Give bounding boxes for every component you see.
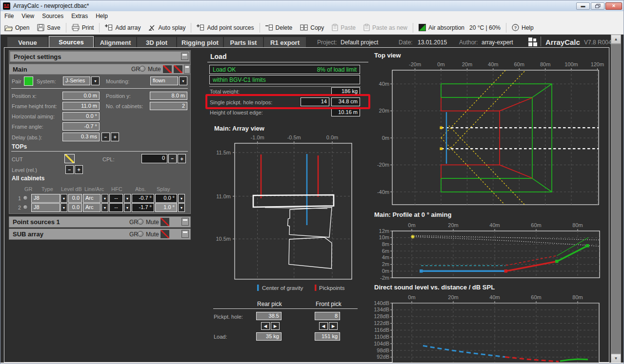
- menu-help[interactable]: Help: [92, 11, 112, 21]
- row2-splay-arrow[interactable]: ▼: [178, 203, 185, 212]
- main-minimize-button[interactable]: [184, 65, 190, 74]
- array-view-legend: Center of gravity Pickpoints: [257, 285, 345, 291]
- air-absorption-toggle[interactable]: Air absorption: [415, 21, 468, 34]
- sub-window-button[interactable]: [181, 230, 189, 238]
- paste-as-new-icon: [363, 24, 370, 31]
- row2-hfc-select[interactable]: --: [109, 203, 123, 212]
- pair-color-swatch[interactable]: [24, 77, 33, 86]
- rear-hole-field[interactable]: 38.5: [256, 312, 282, 320]
- toolbar: Open Save Print Add array Auto splay Add…: [0, 21, 624, 35]
- minimize-button[interactable]: ▬: [576, 2, 590, 10]
- delay-minus-button[interactable]: −: [101, 133, 110, 141]
- row1-abs-field[interactable]: -0.7 °: [132, 194, 154, 203]
- row2-abs-field[interactable]: -1.7 °: [132, 203, 154, 212]
- pickpt-hole-label: Pickpt. hole:: [214, 314, 243, 320]
- tab-3d-plot[interactable]: 3D plot: [137, 37, 176, 48]
- project-settings-header[interactable]: Project settings: [10, 51, 190, 62]
- row1-splay-arrow[interactable]: ▼: [178, 194, 185, 203]
- main-mute-left-button[interactable]: [162, 65, 172, 74]
- menu-file[interactable]: File: [0, 11, 18, 21]
- print-button[interactable]: Print: [68, 21, 98, 34]
- position-x-field[interactable]: 0.0 m: [62, 92, 100, 100]
- scrollbar-down-button[interactable]: ▼: [611, 354, 621, 363]
- open-button[interactable]: Open: [0, 21, 33, 34]
- copy-button[interactable]: Copy: [296, 21, 328, 34]
- main-gr-radio[interactable]: [140, 66, 145, 72]
- front-hole-field[interactable]: 8: [315, 312, 340, 320]
- paste-as-new-button[interactable]: Paste as new: [360, 21, 411, 34]
- sub-mute-button[interactable]: [160, 230, 170, 239]
- row1-level-field[interactable]: 0.0: [68, 194, 82, 203]
- add-array-button[interactable]: Add array: [101, 21, 144, 34]
- level-plus-button[interactable]: ＋: [75, 165, 83, 174]
- av-xtick-1: -0.5m: [287, 134, 301, 140]
- menu-view[interactable]: View: [18, 11, 38, 21]
- horizontal-aiming-field[interactable]: 0.0 °: [62, 112, 100, 120]
- position-y-field[interactable]: 8.0 m: [150, 92, 187, 100]
- row2-type-select[interactable]: J8: [31, 203, 60, 212]
- spl-xtick: 40m: [489, 294, 500, 300]
- mounting-select[interactable]: flown: [150, 77, 178, 85]
- tab-alignment[interactable]: Alignment: [95, 37, 136, 48]
- system-select[interactable]: J-Series: [63, 77, 90, 85]
- menu-sources[interactable]: Sources: [38, 11, 67, 21]
- cpl-plus-button[interactable]: ＋: [178, 154, 186, 163]
- rear-hole-prev-button[interactable]: ◀: [261, 322, 270, 330]
- tv-ytick: -20m: [377, 162, 389, 168]
- cpl-minus-button[interactable]: −: [168, 154, 177, 163]
- row1-linearc-select[interactable]: Arc: [83, 194, 101, 203]
- auto-splay-button[interactable]: Auto splay: [144, 21, 189, 34]
- frame-angle-field[interactable]: -0.7 °: [62, 122, 100, 131]
- row1-hfc-select[interactable]: --: [109, 194, 123, 203]
- row1-gr-radio[interactable]: [23, 195, 28, 200]
- save-button[interactable]: Save: [33, 21, 64, 34]
- tab-rigging-plot[interactable]: Rigging plot: [177, 37, 223, 48]
- front-hole-prev-button[interactable]: ◀: [319, 322, 328, 330]
- tab-r1-export[interactable]: R1 export: [264, 37, 306, 48]
- delay-plus-button[interactable]: ＋: [111, 133, 119, 141]
- row2-hfc-arrow[interactable]: ▼: [124, 203, 131, 212]
- sub-gr-radio[interactable]: [138, 231, 143, 237]
- row1-splay-field[interactable]: 0.0 °: [155, 194, 177, 203]
- ps-window-button[interactable]: [181, 218, 189, 226]
- ps-gr-radio[interactable]: [138, 219, 143, 225]
- row2-linearc-select[interactable]: Arc: [83, 203, 101, 212]
- cabinets-field[interactable]: 2: [150, 102, 187, 110]
- close-button[interactable]: ✕: [605, 2, 622, 10]
- main-mute-right-button[interactable]: [173, 65, 183, 74]
- row1-type-arrow[interactable]: ▼: [60, 194, 67, 203]
- frame-height-field[interactable]: 11.0 m: [62, 102, 100, 110]
- row2-type-arrow[interactable]: ▼: [60, 203, 67, 212]
- project-settings-window-button[interactable]: [181, 53, 188, 60]
- system-dropdown-arrow[interactable]: ▼: [91, 77, 100, 85]
- delay-field[interactable]: 0.3 ms: [62, 133, 100, 141]
- row1-linearc-arrow[interactable]: ▼: [101, 194, 108, 203]
- front-load-field: 151 kg: [315, 332, 340, 341]
- row2-level-field[interactable]: 0.0: [68, 203, 82, 212]
- help-button[interactable]: ? Help: [508, 21, 538, 34]
- restore-button[interactable]: [591, 2, 604, 10]
- tab-sources[interactable]: Sources: [49, 36, 94, 48]
- mounting-dropdown-arrow[interactable]: ▼: [179, 77, 187, 85]
- cut-button[interactable]: [64, 154, 75, 163]
- row2-splay-field[interactable]: 1.0 °: [155, 203, 177, 212]
- front-hole-next-button[interactable]: ▶: [329, 322, 338, 330]
- row2-gr-radio[interactable]: [23, 205, 28, 210]
- tab-venue[interactable]: Venue: [7, 37, 48, 48]
- scrollbar-thumb[interactable]: [611, 44, 621, 354]
- tab-parts-list[interactable]: Parts list: [224, 37, 263, 48]
- menu-extras[interactable]: Extras: [67, 11, 92, 21]
- spl-xtick: 60m: [531, 294, 541, 300]
- ps-mute-button[interactable]: [160, 217, 170, 227]
- rear-hole-next-button[interactable]: ▶: [271, 322, 280, 330]
- scrollbar-up-button[interactable]: ▲: [611, 35, 621, 44]
- cpl-field[interactable]: 0: [141, 154, 167, 163]
- row1-type-select[interactable]: J8: [31, 194, 60, 203]
- row1-num: 1: [18, 195, 21, 201]
- row1-hfc-arrow[interactable]: ▼: [124, 194, 131, 203]
- level-minus-button[interactable]: −: [65, 165, 74, 174]
- paste-button[interactable]: Paste: [328, 21, 360, 34]
- add-point-sources-button[interactable]: Add point sources: [193, 21, 258, 34]
- delete-button[interactable]: Delete: [262, 21, 297, 34]
- row2-linearc-arrow[interactable]: ▼: [101, 203, 108, 212]
